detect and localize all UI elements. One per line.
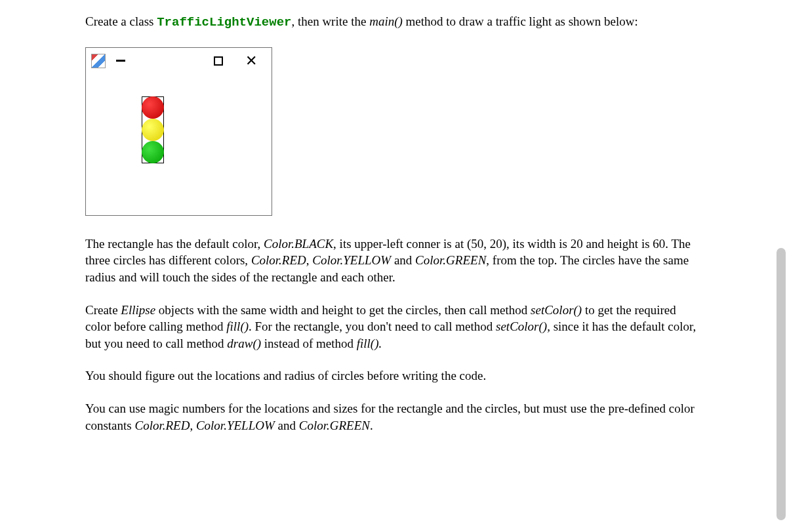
document-page: Create a class TrafficLightViewer, then … bbox=[0, 0, 787, 532]
color-yellow-2: Color.YELLOW bbox=[196, 419, 275, 432]
vertical-scrollbar[interactable] bbox=[777, 248, 786, 520]
title-bar: ✕ bbox=[86, 48, 272, 74]
maximize-icon[interactable] bbox=[214, 56, 223, 66]
text: The rectangle has the default color, bbox=[85, 237, 264, 251]
fill-2: fill(). bbox=[357, 337, 382, 350]
text: method to draw a traffic light as shown … bbox=[403, 14, 638, 28]
draw: draw() bbox=[227, 337, 261, 350]
fill: fill() bbox=[226, 319, 249, 333]
text: objects with the same width and height t… bbox=[155, 303, 531, 317]
text: , bbox=[306, 253, 313, 267]
color-red: Color.RED bbox=[251, 253, 306, 267]
text: and bbox=[275, 419, 299, 432]
example-window: ✕ bbox=[85, 47, 272, 216]
description-ellipse: Create Ellipse objects with the same wid… bbox=[85, 302, 702, 352]
color-green: Color.GREEN bbox=[415, 253, 486, 267]
text: instead of method bbox=[261, 337, 357, 350]
red-light bbox=[142, 96, 164, 119]
text: , then write the bbox=[291, 14, 369, 28]
text: Create a class bbox=[85, 14, 157, 28]
drawing-canvas bbox=[86, 74, 272, 215]
ellipse: Ellipse bbox=[121, 303, 155, 317]
minimize-icon[interactable] bbox=[116, 60, 125, 62]
green-light bbox=[142, 141, 164, 163]
text: Create bbox=[85, 303, 121, 317]
text: , bbox=[190, 419, 196, 432]
figure-out-paragraph: You should figure out the locations and … bbox=[85, 367, 702, 384]
class-name: TrafficLightViewer bbox=[157, 15, 291, 30]
app-icon bbox=[91, 54, 106, 68]
close-icon[interactable]: ✕ bbox=[245, 54, 257, 68]
color-black: Color.BLACK bbox=[264, 237, 333, 251]
text: and bbox=[391, 253, 415, 267]
set-color: setColor() bbox=[531, 303, 582, 317]
main-method: main() bbox=[369, 14, 403, 28]
color-green-2: Color.GREEN bbox=[299, 419, 370, 432]
color-yellow: Color.YELLOW bbox=[312, 253, 391, 267]
text: . For the rectangle, you don't need to c… bbox=[249, 319, 496, 333]
text: . bbox=[370, 419, 373, 432]
set-color-2: setColor(), bbox=[496, 319, 550, 333]
color-red-2: Color.RED bbox=[134, 419, 190, 432]
intro-paragraph: Create a class TrafficLightViewer, then … bbox=[85, 13, 702, 31]
description-rectangle: The rectangle has the default color, Col… bbox=[85, 235, 702, 286]
yellow-light bbox=[142, 119, 164, 141]
magic-numbers-paragraph: You can use magic numbers for the locati… bbox=[85, 400, 702, 434]
